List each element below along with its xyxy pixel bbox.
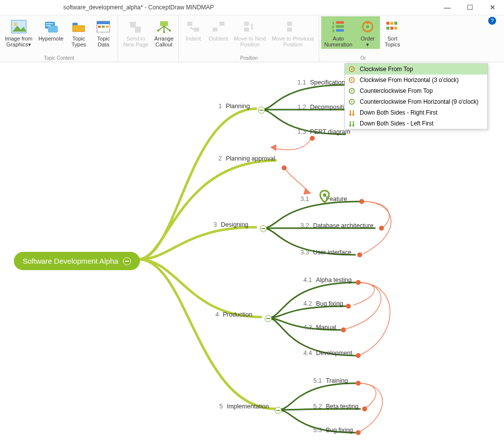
svg-point-46: [346, 304, 351, 309]
order-option-icon: [347, 87, 357, 95]
outdent-button: Outdent: [206, 16, 231, 48]
indent-button: Indent: [181, 16, 206, 48]
svg-point-47: [341, 327, 346, 332]
menu-item-ccw-horiz[interactable]: Counterclockwise From Horizontal (9 o'cl…: [345, 96, 487, 107]
sort-icon: [384, 18, 401, 35]
auto-numeration-button[interactable]: 123Auto Numeration: [321, 16, 355, 49]
image-from-graphics-button[interactable]: Image from Graphics▾: [2, 16, 36, 49]
hypernote-button[interactable]: Hypernote: [36, 16, 67, 49]
svg-rect-7: [98, 26, 101, 28]
svg-rect-32: [386, 22, 389, 25]
collapse-icon[interactable]: [123, 257, 131, 265]
menu-item-cw-top[interactable]: Clockwise From Top: [345, 64, 487, 75]
collapse-icon[interactable]: [275, 407, 282, 414]
menu-item-down-left[interactable]: Down Both Sides - Left First: [345, 118, 487, 129]
group-label-order: Or: [360, 55, 366, 62]
svg-rect-19: [212, 28, 217, 32]
svg-point-31: [366, 25, 369, 28]
topic-planning-approval[interactable]: 2Planning approval: [218, 155, 275, 162]
move-next-icon: [242, 18, 258, 35]
sort-topics-button[interactable]: Sort Topics: [380, 16, 405, 49]
svg-point-56: [351, 80, 353, 81]
svg-rect-16: [187, 22, 192, 26]
topic-leaf[interactable]: 4.3Manual: [303, 324, 336, 331]
topic-leaf[interactable]: 1.2Decompositi: [297, 104, 344, 111]
svg-rect-37: [394, 27, 397, 30]
svg-rect-22: [287, 22, 292, 26]
svg-rect-29: [336, 29, 344, 32]
help-icon[interactable]: ?: [488, 17, 496, 25]
maximize-button[interactable]: ☐: [459, 0, 481, 15]
window-title: software_development_alpha* - ConceptDra…: [63, 4, 214, 11]
svg-rect-23: [287, 28, 292, 32]
svg-rect-18: [219, 22, 224, 26]
ribbon: Image from Graphics▾ Hypernote Topic Typ…: [0, 15, 504, 62]
svg-rect-4: [73, 23, 78, 25]
topic-types-button[interactable]: Topic Types: [66, 16, 91, 49]
topic-production[interactable]: 4Production: [215, 311, 252, 318]
svg-rect-36: [390, 27, 393, 30]
move-prev-button: Move to Previous Position: [269, 16, 317, 48]
collapse-icon[interactable]: [260, 225, 267, 232]
pin-icon: [319, 190, 331, 203]
svg-rect-35: [386, 27, 389, 30]
svg-point-44: [357, 252, 362, 257]
outdent-icon: [210, 18, 227, 35]
collapse-icon[interactable]: [258, 107, 265, 114]
svg-rect-9: [106, 26, 109, 28]
order-dropdown-menu: Clockwise From Top Clockwise From Horizo…: [344, 63, 488, 129]
image-icon: [10, 18, 27, 35]
topic-leaf[interactable]: 1.3PERT diagram: [297, 128, 350, 135]
topic-leaf[interactable]: 1.1Specification: [297, 79, 345, 86]
svg-point-50: [362, 406, 367, 411]
svg-rect-11: [135, 27, 141, 33]
svg-rect-34: [394, 22, 397, 25]
order-button[interactable]: Order ▾: [355, 16, 380, 49]
order-icon: [359, 18, 376, 35]
close-button[interactable]: ✕: [481, 0, 504, 15]
hypernote-icon: [42, 18, 59, 35]
auto-numeration-icon: 123: [330, 18, 347, 35]
topic-implementation[interactable]: 5Implementation: [219, 403, 269, 410]
topic-data-button[interactable]: Topic Data: [91, 16, 116, 49]
svg-point-15: [163, 31, 165, 33]
menu-item-cw-horiz[interactable]: Clockwise From Horizontal (3 o'clock): [345, 75, 487, 85]
svg-point-41: [282, 165, 287, 170]
svg-rect-21: [244, 28, 249, 32]
svg-rect-3: [48, 26, 58, 33]
svg-point-49: [356, 381, 361, 386]
topic-leaf[interactable]: 3.3User interface: [300, 249, 351, 256]
topic-leaf[interactable]: 4.4Development: [303, 350, 352, 357]
svg-rect-8: [102, 26, 105, 28]
indent-icon: [185, 18, 202, 35]
topic-leaf[interactable]: 5.3Bug fixing: [313, 427, 353, 434]
svg-rect-28: [336, 25, 344, 28]
topic-leaf[interactable]: 4.1Alpha testing: [303, 277, 352, 283]
svg-point-48: [356, 353, 361, 358]
collapse-icon[interactable]: [265, 315, 272, 322]
topic-leaf[interactable]: 5.2Beta testing: [313, 403, 358, 410]
topic-leaf[interactable]: 3.2Database architecture: [300, 222, 374, 229]
svg-point-42: [359, 199, 364, 204]
minimize-button[interactable]: —: [436, 0, 459, 15]
send-to-new-page-button: Send to New Page: [120, 16, 151, 48]
order-option-icon: [347, 65, 357, 73]
order-option-icon: [347, 109, 357, 117]
root-topic[interactable]: Software Development Alpha: [14, 252, 140, 270]
svg-rect-17: [194, 28, 199, 32]
menu-item-down-right[interactable]: Down Both Sides - Right First: [345, 107, 487, 118]
svg-point-40: [310, 136, 315, 141]
svg-text:3: 3: [332, 29, 335, 33]
move-prev-icon: [285, 18, 301, 35]
folder-icon: [70, 18, 87, 35]
topic-leaf[interactable]: 5.1Training: [313, 377, 348, 384]
menu-item-ccw-top[interactable]: Counterclockwise From Top: [345, 85, 487, 96]
svg-rect-6: [97, 21, 110, 24]
topic-planning[interactable]: 1Planning: [218, 103, 250, 110]
topic-designing[interactable]: 3Designing: [213, 221, 249, 228]
svg-marker-39: [303, 188, 311, 195]
svg-point-14: [169, 30, 171, 32]
topic-leaf[interactable]: 4.2Bug fixing: [303, 300, 343, 307]
order-option-icon: [347, 120, 357, 127]
arrange-callout-button[interactable]: Arrange Callout: [151, 16, 176, 48]
